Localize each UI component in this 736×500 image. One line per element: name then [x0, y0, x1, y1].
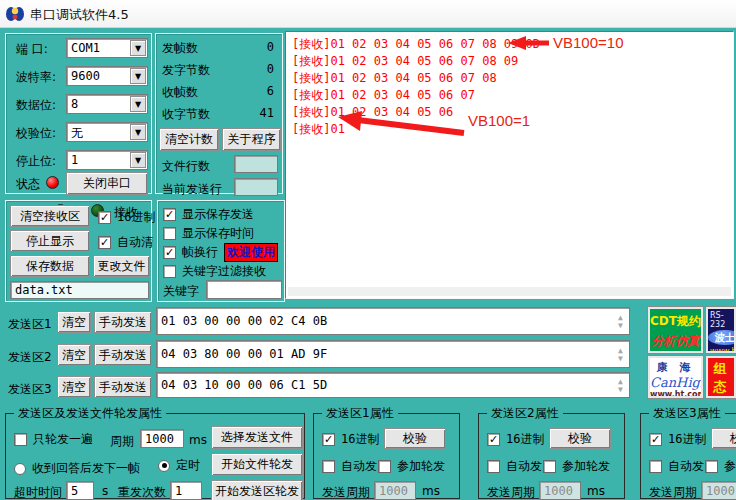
start-file-cycle-button[interactable]: 开始文件轮发 [211, 453, 303, 476]
chevron-down-icon[interactable]: ▼ [130, 152, 146, 168]
send3-props-title: 发送区3属性 [649, 405, 725, 422]
port-select[interactable]: COM1 ▼ [66, 38, 148, 58]
checkbox-box [14, 433, 27, 446]
send1-clear-button[interactable]: 清空 [57, 311, 91, 333]
send3-join-checkbox[interactable]: 参加轮发 [705, 458, 736, 475]
chevron-down-icon[interactable]: ▼ [130, 96, 146, 112]
checkbox-box: ✓ [322, 433, 335, 446]
send1-manual-button[interactable]: 手动发送 [94, 311, 152, 333]
change-file-button[interactable]: 更改文件 [93, 255, 150, 277]
rx-bytes-value: 41 [260, 106, 274, 120]
banner-kanghai[interactable]: 康 海 CanHigher www.ht.com.cn [648, 356, 703, 398]
chevron-down-icon[interactable]: ▼ [130, 68, 146, 84]
send2-checksum-button[interactable]: 校验 [549, 428, 611, 449]
timeout-unit: s [102, 484, 108, 498]
send2-label: 发送区2 [8, 349, 52, 366]
current-line-field[interactable] [234, 178, 278, 196]
clear-receive-button[interactable]: 清空接收区 [10, 205, 90, 227]
checkbox-box [163, 227, 176, 240]
radio-circle [158, 460, 170, 472]
display-options-panel: ✓ 显示保存发送 显示保存时间 ✓ 帧换行 欢迎使用 关键字过滤接收 关键字 [157, 200, 285, 302]
send3-spinner[interactable]: ▲▼ [613, 374, 628, 396]
save-data-button[interactable]: 保存数据 [10, 255, 90, 277]
send3-auto-checkbox[interactable]: 自动发 [649, 458, 704, 475]
answer-radio[interactable]: 收到回答后发下一帧 [14, 460, 140, 477]
hex-display-checkbox[interactable]: ✓ 16进制 [98, 209, 155, 226]
chevron-down-icon[interactable]: ▼ [130, 40, 146, 56]
status-label: 状态 [16, 176, 40, 193]
send2-clear-button[interactable]: 清空 [57, 344, 91, 366]
timeout-field[interactable] [66, 481, 94, 500]
send2-join-checkbox[interactable]: 参加轮发 [543, 458, 610, 475]
about-button[interactable]: 关于程序 [222, 128, 281, 151]
send2-props-title: 发送区2属性 [487, 405, 563, 422]
keyword-label: 关键字 [163, 283, 199, 300]
send2-manual-button[interactable]: 手动发送 [94, 344, 152, 366]
file-lines-field[interactable] [234, 155, 278, 173]
parity-label: 校验位: [16, 125, 56, 142]
send2-hex-checkbox[interactable]: ✓ 16进制 [487, 431, 544, 448]
window-title: 串口调试软件4.5 [30, 6, 129, 24]
checkbox-box [322, 460, 335, 473]
stopbits-label: 停止位: [16, 153, 56, 170]
once-cycle-checkbox[interactable]: 只轮发一遍 [14, 431, 93, 448]
select-send-file-button[interactable]: 选择发送文件 [211, 426, 303, 449]
tx-bytes-value: 0 [267, 62, 274, 76]
period-field[interactable] [140, 429, 184, 448]
send1-join-checkbox[interactable]: 参加轮发 [378, 458, 445, 475]
send3-data-field[interactable]: 04 03 10 00 00 06 C1 5D ▲▼ [156, 372, 630, 398]
rx-line: [接收]01 02 03 04 05 06 07 08 09 [292, 53, 518, 70]
databits-select[interactable]: 8 ▼ [66, 94, 148, 114]
banner-zutai[interactable]: 组态 源 代 [706, 356, 736, 398]
frame-newline-checkbox[interactable]: ✓ 帧换行 [163, 244, 218, 261]
checkbox-box: ✓ [649, 433, 662, 446]
checkbox-box [543, 460, 556, 473]
stopbits-select[interactable]: 1 ▼ [66, 150, 148, 170]
send2-data-field[interactable]: 04 03 80 00 00 01 AD 9F ▲▼ [156, 340, 630, 368]
show-saved-time-checkbox[interactable]: 显示保存时间 [163, 225, 254, 242]
title-bar: 串口调试软件4.5 [0, 0, 736, 28]
send2-period-unit: ms [587, 484, 605, 498]
send1-hex-checkbox[interactable]: ✓ 16进制 [322, 431, 379, 448]
send1-spinner[interactable]: ▲▼ [613, 309, 628, 333]
parity-select[interactable]: 无 ▼ [66, 122, 148, 142]
keyword-field[interactable] [206, 280, 282, 299]
banner-cdt[interactable]: CDT规约 分析仿真 [648, 307, 703, 353]
send3-manual-button[interactable]: 手动发送 [94, 376, 152, 398]
start-area-cycle-button[interactable]: 开始发送区轮发 [211, 480, 303, 500]
send1-label: 发送区1 [8, 316, 52, 333]
clear-counters-button[interactable]: 清空计数 [159, 128, 219, 151]
checkbox-box: ✓ [98, 211, 111, 224]
show-saved-send-checkbox[interactable]: ✓ 显示保存发送 [163, 206, 254, 223]
send1-auto-checkbox[interactable]: 自动发 [322, 458, 377, 475]
port-label: 端 口: [16, 41, 48, 58]
receive-hscrollbar[interactable] [288, 287, 731, 296]
send3-hex-checkbox[interactable]: ✓ 16进制 [649, 431, 706, 448]
period-unit: ms [189, 433, 207, 447]
autoclear-checkbox[interactable]: ✓ 自动清 [98, 234, 153, 251]
period-label: 周期 [110, 433, 134, 450]
send2-props-group: 发送区2属性 ✓ 16进制 校验 自动发 参加轮发 发送周期 ms [478, 413, 625, 499]
retry-field[interactable] [170, 481, 202, 500]
annotation-vb100-1: VB100=1 [468, 112, 530, 129]
send1-checksum-button[interactable]: 校验 [384, 428, 446, 449]
chevron-down-icon[interactable]: ▼ [130, 124, 146, 140]
baud-select[interactable]: 9600 ▼ [66, 66, 148, 86]
receive-area[interactable]: [接收]01 02 03 04 05 06 07 08 09 0D [接收]01… [285, 31, 734, 299]
keyword-filter-checkbox[interactable]: 关键字过滤接收 [163, 263, 266, 280]
send3-clear-button[interactable]: 清空 [57, 376, 91, 398]
counters-panel: 发帧数 0 发字节数 0 收帧数 6 收字节数 41 清空计数 关于程序 文件行… [155, 33, 283, 194]
send2-spinner[interactable]: ▲▼ [613, 342, 628, 366]
stop-display-button[interactable]: 停止显示 [10, 230, 90, 252]
checkbox-box [378, 460, 391, 473]
send1-data-field[interactable]: 01 03 00 00 00 02 C4 0B ▲▼ [156, 307, 630, 335]
annotation-vb100-10: VB100=10 [553, 34, 623, 51]
banner-boshi[interactable]: RS-232 波士 www.bos [706, 307, 736, 353]
save-filename-field[interactable] [10, 281, 149, 299]
send2-auto-checkbox[interactable]: 自动发 [487, 458, 542, 475]
send3-checksum-button[interactable]: 校验 [711, 428, 736, 449]
receive-controls-panel: 清空接收区 ✓ 16进制 停止显示 ✓ 自动清 保存数据 更改文件 [5, 200, 152, 302]
baud-label: 波特率: [16, 69, 56, 86]
timer-radio[interactable]: 定时 [158, 457, 200, 474]
close-port-button[interactable]: 关闭串口 [66, 172, 148, 195]
